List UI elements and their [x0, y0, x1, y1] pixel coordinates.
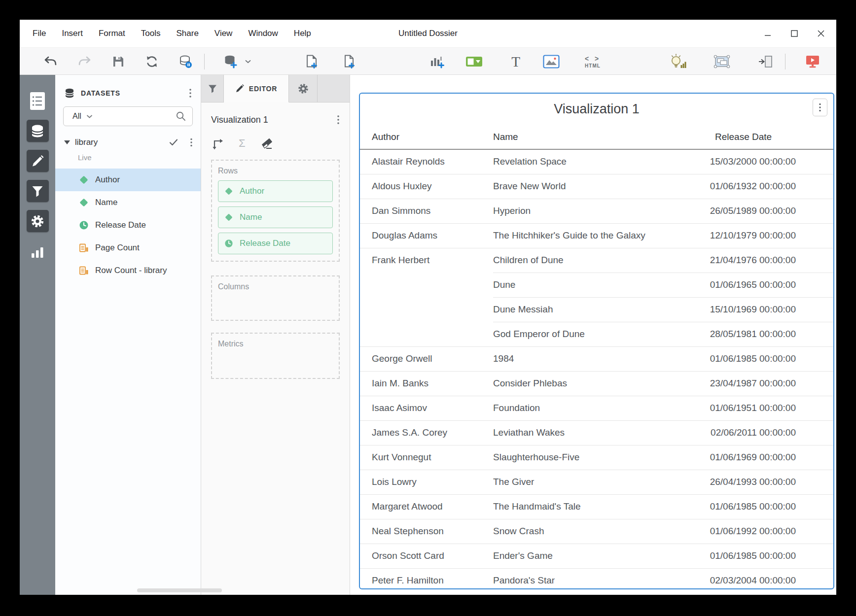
date-cell[interactable]: 02/06/2011 00:00:00 [708, 420, 833, 445]
save-icon[interactable] [108, 52, 128, 71]
refresh-icon[interactable] [142, 52, 162, 71]
totals-icon[interactable]: Σ [239, 138, 246, 149]
table-row[interactable]: Lois Lowry The Giver 26/04/1993 00:00:00 [360, 470, 833, 494]
new-page-icon[interactable] [339, 52, 359, 71]
minimize-button[interactable] [760, 26, 775, 41]
add-image-icon[interactable] [541, 52, 561, 71]
date-cell[interactable]: 01/06/1951 00:00:00 [708, 396, 833, 420]
author-cell[interactable]: Kurt Vonnegut [360, 445, 493, 470]
name-cell[interactable]: Snow Crash [493, 519, 708, 544]
date-cell[interactable]: 23/04/1987 00:00:00 [708, 371, 833, 396]
table-row[interactable]: Dune 01/06/1965 00:00:00 [360, 273, 833, 297]
date-cell[interactable]: 28/05/1981 00:00:00 [708, 322, 833, 346]
maximize-button[interactable] [787, 26, 802, 41]
add-visualization-icon[interactable] [427, 52, 447, 71]
menu-share[interactable]: Share [176, 29, 198, 38]
menu-format[interactable]: Format [99, 29, 125, 38]
date-cell[interactable]: 01/06/1965 00:00:00 [708, 273, 833, 297]
menu-window[interactable]: Window [248, 29, 278, 38]
tab-format[interactable] [289, 75, 318, 102]
name-cell[interactable]: The Hitchhiker's Guide to the Galaxy [493, 223, 708, 248]
author-cell[interactable]: Aldous Huxley [360, 174, 493, 199]
name-cell[interactable]: The Giver [493, 470, 708, 494]
dataset-row[interactable]: library [55, 134, 201, 151]
author-cell[interactable]: Neal Stephenson [360, 519, 493, 544]
table-row[interactable]: Alastair Reynolds Revelation Space 15/03… [360, 149, 833, 174]
name-cell[interactable]: Hyperion [493, 199, 708, 223]
filter-panel-button[interactable] [27, 180, 49, 202]
column-header-author[interactable]: Author [360, 124, 493, 149]
datasets-menu-icon[interactable] [189, 88, 192, 99]
table-row[interactable]: Neal Stephenson Snow Crash 01/06/1992 00… [360, 519, 833, 544]
author-cell[interactable] [360, 273, 493, 297]
name-cell[interactable]: Children of Dune [493, 248, 708, 273]
date-cell[interactable]: 15/10/1969 00:00:00 [708, 297, 833, 322]
author-cell[interactable]: Lois Lowry [360, 470, 493, 494]
date-cell[interactable]: 01/06/1985 00:00:00 [708, 544, 833, 568]
date-cell[interactable]: 12/10/1979 00:00:00 [708, 223, 833, 248]
field-release-date[interactable]: Release Date [55, 214, 201, 237]
tab-filter[interactable] [201, 75, 224, 102]
date-cell[interactable]: 01/06/1985 00:00:00 [708, 346, 833, 371]
author-cell[interactable]: George Orwell [360, 346, 493, 371]
visualization-menu-icon[interactable] [337, 114, 340, 125]
table-row[interactable]: Margaret Atwood The Handmaid's Tale 01/0… [360, 494, 833, 519]
date-cell[interactable]: 01/06/1969 00:00:00 [708, 445, 833, 470]
field-page-count[interactable]: Page Count [55, 237, 201, 259]
table-row[interactable]: Dan Simmons Hyperion 26/05/1989 00:00:00 [360, 199, 833, 223]
table-row[interactable]: Isaac Asimov Foundation 01/06/1951 00:00… [360, 396, 833, 420]
name-cell[interactable]: Dune [493, 273, 708, 297]
column-header-release-date[interactable]: Release Date [708, 124, 833, 149]
name-cell[interactable]: Slaughterhouse-Five [493, 445, 708, 470]
dataset-search-box[interactable]: All [63, 106, 193, 126]
add-selector-icon[interactable] [464, 52, 484, 71]
table-row[interactable]: Douglas Adams The Hitchhiker's Guide to … [360, 223, 833, 248]
visualization-options-button[interactable] [813, 99, 827, 116]
tab-editor[interactable]: EDITOR [224, 75, 289, 103]
table-row[interactable]: Orson Scott Card Ender's Game 01/06/1985… [360, 544, 833, 568]
insights-icon[interactable] [669, 52, 688, 71]
pause-data-retrieval-icon[interactable] [176, 52, 195, 71]
date-cell[interactable]: 26/04/1993 00:00:00 [708, 470, 833, 494]
author-cell[interactable]: Alastair Reynolds [360, 149, 493, 174]
name-cell[interactable]: Pandora's Star [493, 568, 708, 589]
table-row[interactable]: Frank Herbert Children of Dune 21/04/197… [360, 248, 833, 273]
text-tool-icon[interactable]: T [506, 52, 526, 71]
insert-html-icon[interactable]: < >HTML [580, 52, 606, 71]
metrics-dropzone[interactable]: Metrics [211, 333, 340, 379]
visualization-gallery-button[interactable] [27, 240, 49, 262]
author-cell[interactable]: Dan Simmons [360, 199, 493, 223]
field-name[interactable]: Name [55, 191, 201, 214]
date-cell[interactable]: 01/06/1992 00:00:00 [708, 519, 833, 544]
chip-release-date[interactable]: Release Date [218, 233, 333, 254]
chip-name[interactable]: Name [218, 206, 333, 228]
menu-insert[interactable]: Insert [62, 29, 83, 38]
field-row-count[interactable]: Row Count - library [55, 259, 201, 282]
search-filter-value[interactable]: All [72, 112, 81, 121]
date-cell[interactable]: 01/06/1985 00:00:00 [708, 494, 833, 519]
author-cell[interactable]: Iain M. Banks [360, 371, 493, 396]
menu-help[interactable]: Help [294, 29, 311, 38]
collapse-triangle-icon[interactable] [64, 140, 70, 144]
name-cell[interactable]: Brave New World [493, 174, 708, 199]
author-cell[interactable]: Orson Scott Card [360, 544, 493, 568]
table-row[interactable]: James S.A. Corey Leviathan Wakes 02/06/2… [360, 420, 833, 445]
table-row[interactable]: George Orwell 1984 01/06/1985 00:00:00 [360, 346, 833, 371]
visualization-panel[interactable]: Visualization 1 Author Name Release Date… [359, 93, 834, 589]
author-cell[interactable] [360, 322, 493, 346]
name-cell[interactable]: The Handmaid's Tale [493, 494, 708, 519]
group-objects-icon[interactable] [712, 52, 732, 71]
settings-panel-button[interactable] [27, 210, 49, 232]
name-cell[interactable]: Leviathan Wakes [493, 420, 708, 445]
presentation-mode-icon[interactable] [803, 52, 822, 71]
new-chapter-icon[interactable] [302, 52, 321, 71]
datasets-panel-button[interactable] [27, 120, 49, 142]
name-cell[interactable]: Ender's Game [493, 544, 708, 568]
swap-axes-icon[interactable] [211, 137, 224, 150]
author-cell[interactable]: Peter F. Hamilton [360, 568, 493, 589]
name-cell[interactable]: God Emperor of Dune [493, 322, 708, 346]
author-cell[interactable]: James S.A. Corey [360, 420, 493, 445]
redo-icon[interactable] [75, 52, 95, 71]
name-cell[interactable]: Dune Messiah [493, 297, 708, 322]
column-header-name[interactable]: Name [493, 124, 708, 149]
